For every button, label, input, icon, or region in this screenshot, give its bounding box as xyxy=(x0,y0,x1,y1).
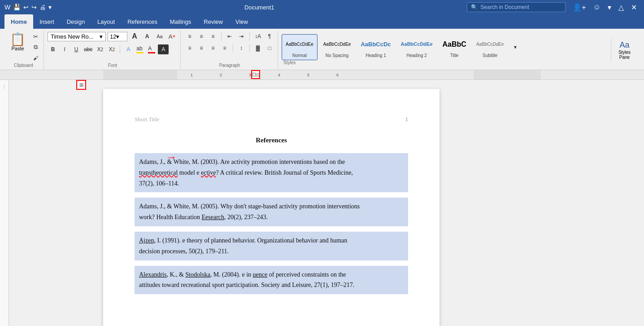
bullets-button[interactable]: ≡ xyxy=(184,31,195,41)
tab-design[interactable]: Design xyxy=(61,14,91,29)
more-icon[interactable]: ▾ xyxy=(48,4,52,11)
paragraph-content: ≡ ≡ ≡ ⇤ ⇥ ↕A ¶ ≡ ≡ ≡ ≡ ↕ ▓ □ xyxy=(184,31,275,63)
ref4-underline3: uence xyxy=(253,271,268,278)
underline-button[interactable]: U xyxy=(71,44,82,54)
smiley-icon[interactable]: ☺ xyxy=(591,3,603,11)
center-button[interactable]: ≡ xyxy=(196,43,207,53)
shading-button[interactable]: ▓ xyxy=(252,43,263,53)
font-color-button[interactable]: A xyxy=(146,44,157,54)
style-heading1-label: Heading 1 xyxy=(366,53,386,58)
red-arrow: → xyxy=(166,151,177,163)
reference-2: Adams, J., & White, M. (2005). Why don't… xyxy=(135,198,408,226)
paste-icon: 📋 xyxy=(10,33,26,46)
copy-button[interactable]: ⧉ xyxy=(30,42,41,52)
left-margin: → ⊞ xyxy=(0,80,103,326)
tab-home[interactable]: Home xyxy=(4,14,33,29)
tab-mailings[interactable]: Mailings xyxy=(164,14,198,29)
style-no-spacing-preview: AaBbCcDdEe xyxy=(323,36,351,53)
tab-insert[interactable]: Insert xyxy=(33,14,61,29)
superscript-button[interactable]: X2 xyxy=(106,44,117,54)
style-normal-preview: AaBbCcDdEe xyxy=(286,36,313,53)
style-subtitle-label: Subtitle xyxy=(483,53,497,58)
font-name-row: Times New Ro... ▾ 12 ▾ A A Aa A✕ xyxy=(48,31,178,41)
close-icon[interactable]: ✕ xyxy=(628,3,640,12)
search-icon: 🔍 xyxy=(471,4,478,10)
print-icon[interactable]: 🖨 xyxy=(39,4,46,11)
reference-3: Ajzen, I. (1991). e theory of planned be… xyxy=(135,232,408,260)
align-left-button[interactable]: ≡ xyxy=(184,43,195,53)
multilevel-button[interactable]: ≡ xyxy=(208,31,218,41)
ref1-wavy1: transtheo­retical xyxy=(139,169,178,176)
minimize-icon[interactable]: ▾ xyxy=(605,3,614,12)
person-add-icon[interactable]: 👤+ xyxy=(570,3,588,12)
page-header: Short Title 1 xyxy=(135,116,408,123)
ref4-underline1: Alexandris xyxy=(139,271,166,278)
decrease-indent-button[interactable]: ⇤ xyxy=(224,31,235,41)
subscript-button[interactable]: X2 xyxy=(95,44,105,54)
font-name-selector[interactable]: Times New Ro... ▾ xyxy=(48,32,106,41)
word-icon: W xyxy=(4,4,10,11)
increase-indent-button[interactable]: ⇥ xyxy=(236,31,247,41)
border-button[interactable]: □ xyxy=(264,43,275,53)
italic-button[interactable]: I xyxy=(59,44,70,54)
clear-format-button[interactable]: A✕ xyxy=(167,31,178,41)
clipboard-label: Clipboard xyxy=(14,63,33,69)
style-heading1-preview: AaBbCcDc xyxy=(361,36,391,53)
search-input[interactable] xyxy=(480,4,557,10)
paragraph-label: Paragraph xyxy=(219,63,240,69)
change-case-button[interactable]: Aa xyxy=(154,31,165,41)
show-marks-button[interactable]: ¶ xyxy=(264,31,275,41)
paragraph-group: ≡ ≡ ≡ ⇤ ⇥ ↕A ¶ ≡ ≡ ≡ ≡ ↕ ▓ □ P xyxy=(182,31,278,70)
ref1-wavy2: ective xyxy=(201,169,216,176)
font-size-selector[interactable]: 12 ▾ xyxy=(108,32,127,41)
char-shading-button[interactable]: A xyxy=(158,44,169,54)
style-no-spacing[interactable]: AaBbCcDdEe No Spacing xyxy=(319,34,355,60)
sort-button[interactable]: ↕A xyxy=(252,31,263,41)
bold-button[interactable]: B xyxy=(48,44,58,54)
font-size-dropdown-icon: ▾ xyxy=(116,33,119,40)
save-icon[interactable]: 💾 xyxy=(13,4,21,11)
tab-layout[interactable]: Layout xyxy=(91,14,121,29)
style-heading1[interactable]: AaBbCcDc Heading 1 xyxy=(357,34,395,60)
styles-pane-icon: Aa xyxy=(619,40,629,50)
strikethrough-button[interactable]: abc xyxy=(83,44,94,54)
ref3-text-part2: decision processes, 50(2), 179–211. xyxy=(139,248,229,255)
format-painter-button[interactable]: 🖌 xyxy=(30,53,41,63)
references-heading: References xyxy=(135,137,408,144)
search-document-box[interactable]: 🔍 xyxy=(467,2,566,12)
maximize-icon[interactable]: △ xyxy=(616,3,627,12)
justify-button[interactable]: ≡ xyxy=(219,43,230,53)
text-effects-button[interactable]: A xyxy=(123,44,134,54)
style-subtitle[interactable]: AaBbCcDdEe Subtitle xyxy=(472,34,508,60)
style-title-preview: AaBbC xyxy=(443,36,466,53)
font-shrink-button[interactable]: A xyxy=(142,31,152,41)
redo-icon[interactable]: ↪ xyxy=(31,4,37,11)
style-heading2[interactable]: AaBbCcDdEe Heading 2 xyxy=(397,34,437,60)
style-title[interactable]: AaBbC Title xyxy=(439,34,470,60)
indent-marker[interactable]: ⊡ xyxy=(251,70,260,79)
tab-view[interactable]: View xyxy=(229,14,254,29)
ruler-red-box-icon: ⊞ xyxy=(79,82,83,88)
ruler-red-box[interactable]: ⊞ xyxy=(76,80,86,90)
paste-button[interactable]: 📋 Paste xyxy=(6,31,29,63)
short-title: Short Title xyxy=(135,116,159,123)
highlight-color-button[interactable]: ab xyxy=(135,44,145,54)
font-name-value: Times New Ro... xyxy=(51,33,98,40)
undo-icon[interactable]: ↩ xyxy=(23,4,29,11)
line-spacing-button[interactable]: ↕ xyxy=(236,43,247,53)
align-right-button[interactable]: ≡ xyxy=(208,43,218,53)
tab-review[interactable]: Review xyxy=(197,14,229,29)
document-title: Document1 xyxy=(52,4,467,11)
cut-button[interactable]: ✂ xyxy=(30,31,41,41)
font-content: Times New Ro... ▾ 12 ▾ A A Aa A✕ B I U a… xyxy=(48,31,178,63)
window-controls: 👤+ ☺ ▾ △ ✕ xyxy=(570,3,640,12)
tab-references[interactable]: References xyxy=(121,14,163,29)
styles-more-button[interactable]: ▾ xyxy=(510,42,521,52)
style-normal[interactable]: AaBbCcDdEe Normal xyxy=(282,34,318,60)
font-grow-button[interactable]: A xyxy=(129,31,140,41)
styles-pane-button[interactable]: Aa Styles Pane xyxy=(611,39,638,62)
document-page: Short Title 1 References Adams, J., & Wh… xyxy=(103,89,439,326)
numbering-button[interactable]: ≡ xyxy=(196,31,207,41)
ruler-numbers: 123456 xyxy=(177,70,474,79)
ref2-text-part2: work? Health Education xyxy=(139,214,202,220)
